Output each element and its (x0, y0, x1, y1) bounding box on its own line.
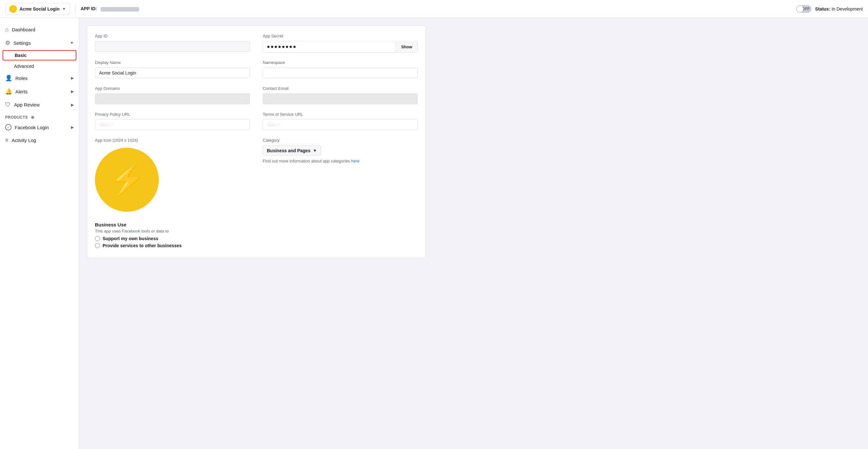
app-icon-label: App Icon (1024 x 1024) (95, 138, 250, 143)
privacy-policy-field: Privacy Policy URL (95, 112, 250, 130)
radio-other-business-input[interactable] (95, 243, 100, 248)
toggle-off-label: OFF (802, 7, 810, 11)
app-id-value (101, 7, 139, 11)
app-icon: ⚡ (9, 5, 17, 13)
settings-arrow-icon: ▼ (70, 40, 74, 45)
sidebar-item-app-review[interactable]: 🛡 App Review ▶ (0, 98, 79, 111)
display-name-input[interactable] (95, 67, 250, 78)
shield-icon: 🛡 (5, 101, 11, 108)
products-section-label: PRODUCTS ⊕ (0, 111, 79, 121)
business-use-desc: This app uses Facebook tools or data to (95, 229, 418, 234)
business-use-content: Business Use This app uses Facebook tool… (95, 222, 418, 248)
category-info-text: Find out more information about app cate… (263, 159, 350, 163)
bolt-icon: ⚡ (10, 6, 16, 11)
chevron-down-icon: ▼ (62, 7, 66, 11)
facebook-login-label: Facebook Login (15, 125, 49, 130)
status-toggle[interactable]: OFF (796, 5, 811, 13)
app-id-field: App ID (95, 34, 250, 53)
contact-email-field: Contact Email (263, 86, 418, 104)
contact-email-input[interactable] (263, 93, 418, 104)
dashboard-label: Dashboard (12, 27, 35, 32)
main-content: App ID App Secret ●●●●●●●● Show Display … (79, 18, 868, 449)
app-secret-label: App Secret (263, 34, 418, 38)
show-secret-button[interactable]: Show (396, 42, 417, 52)
terms-service-field: Terms of Service URL (263, 112, 418, 130)
namespace-input[interactable] (263, 67, 418, 78)
toggle-wrap: OFF (796, 5, 811, 13)
home-icon: ⌂ (5, 26, 9, 33)
facebook-login-arrow-icon: ▶ (71, 125, 74, 129)
sidebar-item-settings[interactable]: ⚙ Settings ▼ (0, 36, 79, 50)
roles-label: Roles (16, 76, 28, 81)
category-field: Category Business and Pages ▼ Find out m… (263, 138, 418, 212)
privacy-policy-label: Privacy Policy URL (95, 112, 250, 117)
app-icon-field: App Icon (1024 x 1024) ⚡ (95, 138, 250, 212)
topbar: ⚡ Acme Social Login ▼ APP ID: OFF Status… (0, 0, 868, 18)
sidebar-item-basic[interactable]: Basic (3, 50, 76, 60)
roles-icon: 👤 (5, 74, 12, 82)
sidebar-item-facebook-login[interactable]: ✓ Facebook Login ▶ (0, 121, 79, 134)
form-grid: App ID App Secret ●●●●●●●● Show Display … (95, 34, 418, 250)
radio-option-own-business[interactable]: Support my own business (95, 236, 418, 241)
display-name-label: Display Name (95, 60, 250, 65)
category-value: Business and Pages (267, 148, 310, 153)
category-dropdown[interactable]: Business and Pages ▼ (263, 145, 321, 156)
business-use-title: Business Use (95, 222, 418, 228)
display-name-field: Display Name (95, 60, 250, 78)
basic-label: Basic (15, 53, 27, 58)
namespace-field: Namespace (263, 60, 418, 78)
category-chevron-icon: ▼ (313, 148, 317, 153)
radio-own-business-input[interactable] (95, 236, 100, 241)
list-icon: ≡ (5, 137, 9, 144)
app-id-label: APP ID: (81, 6, 97, 11)
sidebar-item-advanced[interactable]: Advanced (0, 61, 79, 71)
app-icon-bolt-icon: ⚡ (107, 164, 147, 196)
topbar-divider (75, 4, 75, 14)
radio-option-other-businesses[interactable]: Provide services to other businesses (95, 243, 418, 248)
app-review-arrow-icon: ▶ (71, 103, 74, 107)
alerts-arrow-icon: ▶ (71, 89, 74, 94)
app-secret-dots: ●●●●●●●● (263, 41, 396, 52)
topbar-app-id: APP ID: (81, 6, 139, 11)
sidebar-item-activity-log[interactable]: ≡ Activity Log (0, 134, 79, 147)
app-icon-image[interactable]: ⚡ (95, 148, 159, 212)
radio-other-business-label: Provide services to other businesses (102, 243, 182, 248)
topbar-right: OFF Status: In Development (796, 5, 863, 13)
bell-icon: 🔔 (5, 88, 12, 95)
advanced-label: Advanced (14, 64, 34, 69)
sidebar-item-dashboard[interactable]: ⌂ Dashboard (0, 23, 79, 36)
contact-email-label: Contact Email (263, 86, 418, 91)
radio-own-business-label: Support my own business (102, 236, 158, 241)
products-label: PRODUCTS (5, 115, 28, 120)
app-review-label: App Review (14, 102, 40, 108)
settings-label: Settings (13, 40, 31, 46)
sidebar: ⌂ Dashboard ⚙ Settings ▼ Basic Advanced … (0, 18, 79, 449)
alerts-label: Alerts (16, 89, 28, 94)
terms-service-label: Terms of Service URL (263, 112, 418, 117)
sidebar-item-alerts[interactable]: 🔔 Alerts ▶ (0, 85, 79, 98)
category-info: Find out more information about app cate… (263, 159, 418, 163)
privacy-policy-input[interactable] (95, 119, 250, 130)
app-selector[interactable]: ⚡ Acme Social Login ▼ (5, 3, 70, 15)
sidebar-item-roles[interactable]: 👤 Roles ▶ (0, 71, 79, 85)
status-value: In Development (832, 6, 863, 11)
app-domains-label: App Domains (95, 86, 250, 91)
category-label: Category (263, 138, 418, 143)
category-link[interactable]: here (351, 159, 360, 163)
roles-arrow-icon: ▶ (71, 76, 74, 80)
add-product-icon[interactable]: ⊕ (31, 115, 34, 120)
circle-check-icon: ✓ (5, 124, 11, 130)
app-id-input[interactable] (95, 41, 250, 52)
app-domains-input[interactable] (95, 93, 250, 104)
status-text: Status: In Development (815, 6, 863, 11)
status-label: Status: (815, 6, 830, 11)
app-id-field-label: App ID (95, 34, 250, 38)
terms-service-input[interactable] (263, 119, 418, 130)
business-use-section: Business Use This app uses Facebook tool… (95, 219, 418, 250)
app-secret-field: App Secret ●●●●●●●● Show (263, 34, 418, 53)
settings-card: App ID App Secret ●●●●●●●● Show Display … (87, 26, 426, 258)
layout: ⌂ Dashboard ⚙ Settings ▼ Basic Advanced … (0, 18, 868, 449)
namespace-label: Namespace (263, 60, 418, 65)
app-name-label: Acme Social Login (20, 6, 59, 11)
app-domains-field: App Domains (95, 86, 250, 104)
